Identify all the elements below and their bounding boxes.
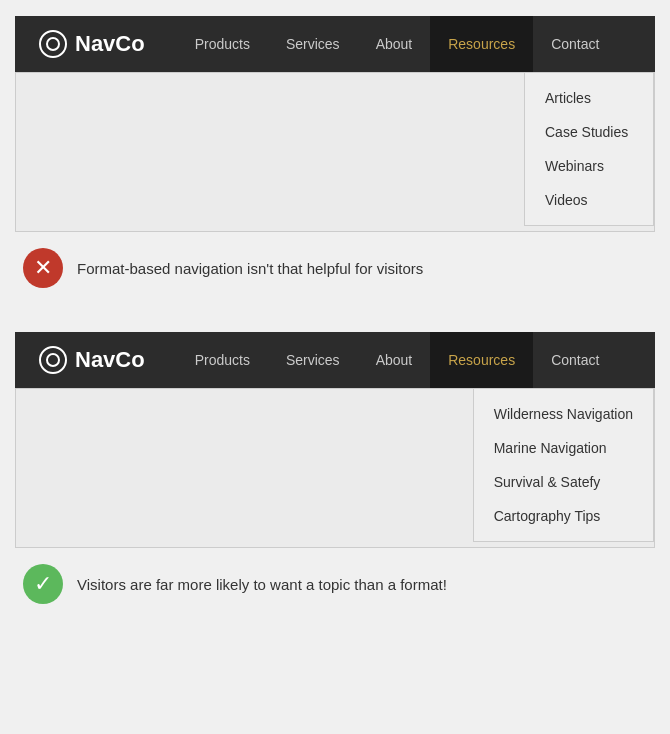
dropdown-item-survival[interactable]: Survival & Satefy: [474, 465, 653, 499]
dropdown-item-marine[interactable]: Marine Navigation: [474, 431, 653, 465]
example-1: NavCo Products Services About Resources …: [15, 16, 655, 288]
feedback-row-1: ✕ Format-based navigation isn't that hel…: [15, 248, 655, 288]
nav-services-2[interactable]: Services: [268, 332, 358, 388]
dropdown-menu-1: Articles Case Studies Webinars Videos: [524, 73, 654, 226]
bad-icon: ✕: [23, 248, 63, 288]
nav-links-1: Products Services About Resources Contac…: [177, 16, 631, 72]
nav-contact-1[interactable]: Contact: [533, 16, 617, 72]
nav-products-1[interactable]: Products: [177, 16, 268, 72]
dropdown-item-articles[interactable]: Articles: [525, 81, 653, 115]
nav-services-1[interactable]: Services: [268, 16, 358, 72]
feedback-row-2: ✓ Visitors are far more likely to want a…: [15, 564, 655, 604]
brand-2[interactable]: NavCo: [39, 346, 145, 374]
dropdown-menu-2: Wilderness Navigation Marine Navigation …: [473, 389, 654, 542]
dropdown-item-cartography[interactable]: Cartography Tips: [474, 499, 653, 533]
navbar-2: NavCo Products Services About Resources …: [15, 332, 655, 388]
dropdown-section-1: Articles Case Studies Webinars Videos: [15, 72, 655, 232]
nav-links-2: Products Services About Resources Contac…: [177, 332, 631, 388]
example-2: NavCo Products Services About Resources …: [15, 332, 655, 604]
nav-about-1[interactable]: About: [358, 16, 431, 72]
feedback-text-1: Format-based navigation isn't that helpf…: [77, 260, 423, 277]
dropdown-section-2: Wilderness Navigation Marine Navigation …: [15, 388, 655, 548]
brand-1[interactable]: NavCo: [39, 30, 145, 58]
brand-label-2: NavCo: [75, 347, 145, 373]
dropdown-item-wilderness[interactable]: Wilderness Navigation: [474, 397, 653, 431]
nav-products-2[interactable]: Products: [177, 332, 268, 388]
feedback-text-2: Visitors are far more likely to want a t…: [77, 576, 447, 593]
logo-icon-2: [39, 346, 67, 374]
nav-resources-2[interactable]: Resources: [430, 332, 533, 388]
navbar-1: NavCo Products Services About Resources …: [15, 16, 655, 72]
dropdown-item-videos[interactable]: Videos: [525, 183, 653, 217]
nav-about-2[interactable]: About: [358, 332, 431, 388]
brand-label-1: NavCo: [75, 31, 145, 57]
good-icon: ✓: [23, 564, 63, 604]
nav-resources-1[interactable]: Resources: [430, 16, 533, 72]
dropdown-item-webinars[interactable]: Webinars: [525, 149, 653, 183]
logo-icon-1: [39, 30, 67, 58]
dropdown-item-case-studies[interactable]: Case Studies: [525, 115, 653, 149]
nav-contact-2[interactable]: Contact: [533, 332, 617, 388]
